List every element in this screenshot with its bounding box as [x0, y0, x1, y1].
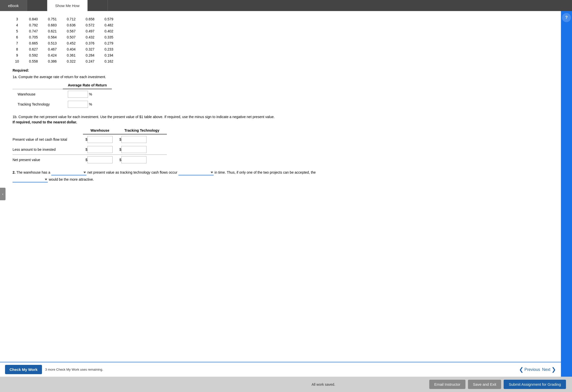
dollar-sign: $	[119, 148, 121, 152]
pv-table-row: 80.6270.4670.4040.3270.233	[13, 46, 118, 52]
content-scroll: 30.8400.7510.7120.6580.57940.7920.6830.6…	[0, 11, 561, 362]
pv-cell-period: 3	[13, 16, 24, 22]
pv-cell-col1: 0.792	[24, 22, 43, 28]
sentence-2-prefix: 2.	[13, 170, 16, 174]
npv-row-label-0: Present value of net cash flow total	[13, 134, 83, 144]
npv-cell-2-0: $	[83, 155, 117, 165]
npv-tracking-input-2[interactable]	[121, 156, 147, 163]
tab-empty1[interactable]	[27, 0, 47, 11]
pv-cell-col5: 0.233	[100, 46, 118, 52]
pv-cell-col1: 0.665	[24, 40, 43, 46]
pv-cell-col1: 0.627	[24, 46, 43, 52]
pv-cell-period: 6	[13, 34, 24, 40]
pv-cell-col2: 0.751	[43, 16, 62, 22]
section-1b: 1b. Compute the net present value for ea…	[13, 114, 551, 125]
npv-warehouse-input-2[interactable]	[87, 156, 113, 163]
section-1a-text: 1a. Compute the average rate of return f…	[13, 74, 551, 80]
pv-cell-col5: 0.579	[100, 16, 118, 22]
next-button[interactable]: Next ❯	[542, 366, 556, 373]
pv-table-row: 70.6650.5130.4520.3760.279	[13, 40, 118, 46]
sentence-2: 2. The warehouse has a higherlower net p…	[13, 169, 551, 183]
pv-cell-col4: 0.376	[81, 40, 100, 46]
npv-cell-0-1: $	[117, 134, 167, 144]
arr-container: Average Rate of Return Warehouse % Track…	[13, 82, 551, 109]
npv-cell-1-1: $	[117, 144, 167, 155]
bottom-toolbar: Check My Work 3 more Check My Work uses …	[0, 362, 561, 377]
pv-cell-col4: 0.432	[81, 34, 100, 40]
dollar-sign: $	[119, 158, 121, 162]
arr-tracking-input[interactable]	[68, 101, 88, 108]
pv-cell-col3: 0.567	[62, 28, 81, 34]
npv-tracking-input-1[interactable]	[121, 146, 147, 153]
dollar-sign: $	[85, 137, 87, 141]
content-panel: 30.8400.7510.7120.6580.57940.7920.6830.6…	[0, 11, 561, 377]
pv-cell-period: 8	[13, 46, 24, 52]
pv-table-row: 90.5920.4240.3610.2840.194	[13, 52, 118, 58]
main-wrapper: ‹ 30.8400.7510.7120.6580.57940.7920.6830…	[0, 11, 572, 377]
footer-bar: All work saved. Email Instructor Save an…	[0, 377, 572, 392]
pv-cell-col5: 0.482	[100, 22, 118, 28]
next-label: Next	[542, 367, 550, 372]
npv-warehouse-input-0[interactable]	[87, 136, 113, 143]
pv-cell-col5: 0.279	[100, 40, 118, 46]
check-section: Check My Work 3 more Check My Work uses …	[5, 365, 103, 374]
tab-empty2[interactable]	[88, 0, 108, 11]
pv-cell-col5: 0.194	[100, 52, 118, 58]
arr-row-tracking: Tracking Technology %	[13, 99, 112, 109]
arr-table: Average Rate of Return Warehouse % Track…	[13, 82, 112, 109]
collapse-button[interactable]: ‹	[0, 188, 6, 200]
npv-tracking-input-0[interactable]	[121, 136, 147, 143]
npv-row-2: Net present value$$	[13, 155, 167, 165]
tab-ebook[interactable]: eBook	[0, 0, 27, 11]
pv-cell-period: 5	[13, 28, 24, 34]
pv-cell-col4: 0.658	[81, 16, 100, 22]
tab-show-me-how[interactable]: Show Me How	[47, 0, 88, 11]
sentence-2-select2[interactable]: earlierlater	[178, 170, 214, 175]
pv-cell-col3: 0.452	[62, 40, 81, 46]
pv-cell-col3: 0.404	[62, 46, 81, 52]
pv-cell-col3: 0.636	[62, 22, 81, 28]
pv-cell-col2: 0.513	[43, 40, 62, 46]
right-help-btn[interactable]: ?	[562, 13, 571, 22]
footer-buttons: Email Instructor Save and Exit Submit As…	[429, 380, 566, 389]
sentence-2-select3[interactable]: warehousetracking technology	[13, 177, 48, 182]
pv-cell-period: 4	[13, 22, 24, 28]
required-label: Required:	[13, 68, 551, 72]
email-instructor-button[interactable]: Email Instructor	[429, 380, 465, 389]
arr-warehouse-input[interactable]	[68, 91, 88, 98]
pv-table-row: 60.7050.5640.5070.4320.335	[13, 34, 118, 40]
pv-cell-col2: 0.467	[43, 46, 62, 52]
pv-cell-col2: 0.564	[43, 34, 62, 40]
arr-row-warehouse: Warehouse %	[13, 89, 112, 99]
arr-tracking-unit: %	[89, 102, 92, 106]
arr-header-label: Average Rate of Return	[63, 82, 112, 89]
sentence-2-text4: would be the more attractive.	[49, 177, 94, 181]
pv-cell-col2: 0.424	[43, 52, 62, 58]
pv-cell-col5: 0.402	[100, 28, 118, 34]
npv-tracking-header: Tracking Technology	[117, 127, 167, 134]
pv-cell-col3: 0.361	[62, 52, 81, 58]
top-nav: eBook Show Me How	[0, 0, 572, 11]
save-exit-button[interactable]: Save and Exit	[468, 380, 501, 389]
dollar-sign: $	[119, 137, 121, 141]
pv-cell-col4: 0.497	[81, 28, 100, 34]
sentence-2-text3: in time. Thus, if only one of the two pr…	[215, 170, 316, 174]
npv-cell-0-0: $	[83, 134, 117, 144]
pv-cell-col5: 0.162	[100, 58, 118, 64]
previous-button[interactable]: ❮ Previous	[519, 366, 540, 373]
nav-buttons: ❮ Previous Next ❯	[519, 366, 556, 373]
dollar-sign: $	[85, 158, 87, 162]
pv-table-row: 50.7470.6210.5670.4970.402	[13, 28, 118, 34]
npv-warehouse-input-1[interactable]	[87, 146, 113, 153]
footer-status: All work saved.	[218, 382, 429, 386]
submit-assignment-button[interactable]: Submit Assignment for Grading	[504, 380, 566, 389]
pv-cell-col1: 0.592	[24, 52, 43, 58]
arr-warehouse-label: Warehouse	[13, 89, 63, 99]
pv-table-row: 100.5580.3860.3220.2470.162	[13, 58, 118, 64]
pv-cell-col5: 0.335	[100, 34, 118, 40]
pv-cell-col4: 0.572	[81, 22, 100, 28]
npv-row-label-2: Net present value	[13, 155, 83, 165]
sentence-2-select1[interactable]: higherlower	[51, 170, 86, 175]
pv-table-row: 40.7920.6830.6360.5720.482	[13, 22, 118, 28]
check-my-work-button[interactable]: Check My Work	[5, 365, 42, 374]
